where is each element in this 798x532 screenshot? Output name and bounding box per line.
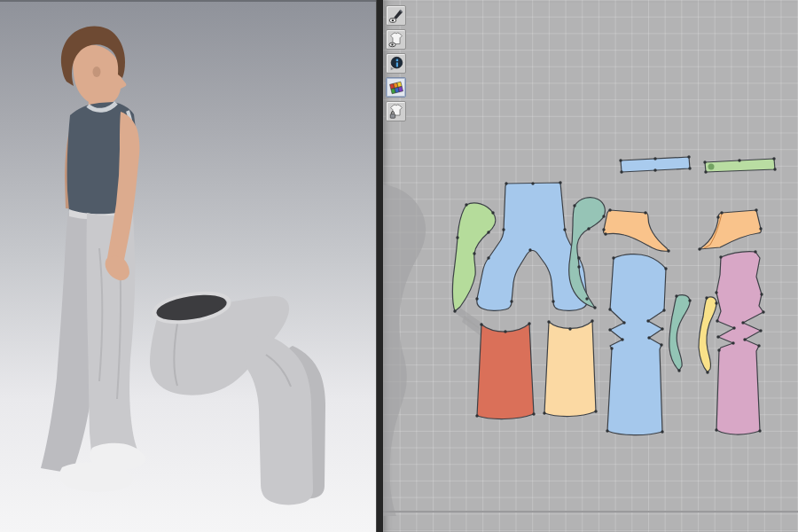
pattern-piece-cuff-left[interactable] xyxy=(477,324,534,419)
toolbar-button-garment-visibility[interactable] xyxy=(386,29,406,50)
pattern-canvas[interactable] xyxy=(383,0,798,532)
pattern-piece-inseam-strip-left[interactable] xyxy=(669,295,690,371)
buttonhole-mark[interactable] xyxy=(708,164,715,170)
pattern-piece-yoke-left[interactable] xyxy=(604,210,669,251)
toolbar-button-mesh-info[interactable] xyxy=(386,53,406,74)
pen-visibility-icon xyxy=(388,8,404,24)
pattern-piece-yoke-right[interactable] xyxy=(700,210,761,249)
toolbar-button-texture-view[interactable] xyxy=(386,77,406,98)
avatar-shoe-front xyxy=(90,443,145,470)
avatar-ear xyxy=(93,66,101,77)
mesh-info-icon xyxy=(388,56,404,72)
3d-viewport[interactable] xyxy=(0,0,376,532)
pattern-lock-icon xyxy=(388,104,404,120)
2d-pattern-panel[interactable] xyxy=(383,0,798,532)
3d-scene xyxy=(0,0,376,532)
2d-toolbar xyxy=(386,5,406,121)
draped-trousers[interactable] xyxy=(150,288,325,505)
pattern-piece-back-leg-right[interactable] xyxy=(716,252,763,434)
toolbar-button-pen-visibility[interactable] xyxy=(386,5,406,26)
garment-design-app xyxy=(0,0,798,532)
garment-visibility-icon xyxy=(388,32,404,48)
pattern-piece-cuff-right[interactable] xyxy=(544,321,596,417)
avatar[interactable] xyxy=(41,27,145,492)
pattern-piece-front-panel[interactable] xyxy=(477,183,588,310)
pattern-piece-inseam-strip-right[interactable] xyxy=(699,297,716,372)
pattern-piece-back-leg-left[interactable] xyxy=(607,254,666,435)
toolbar-button-pattern-lock[interactable] xyxy=(386,101,406,121)
texture-view-icon xyxy=(388,80,404,96)
pattern-piece-side-facing-right[interactable] xyxy=(569,198,606,308)
